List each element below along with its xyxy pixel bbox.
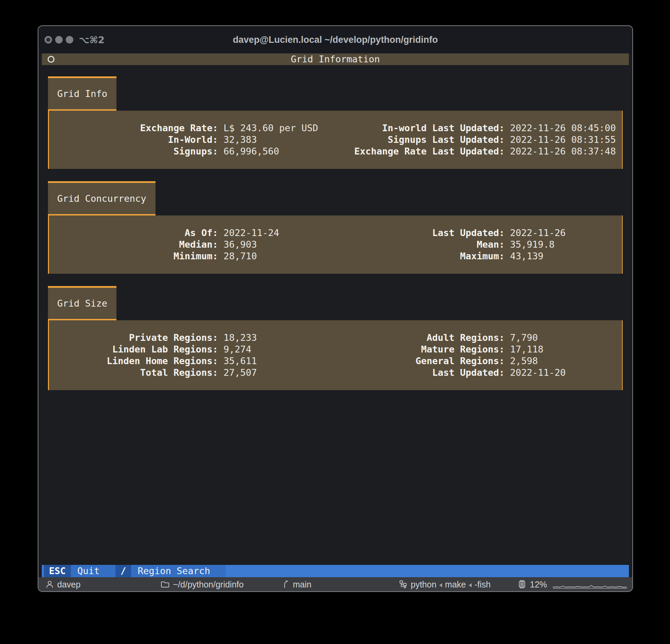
field-label: As Of:	[49, 227, 218, 239]
field-value: 18,233	[224, 332, 257, 344]
footer-key-esc[interactable]: ESC	[44, 565, 71, 577]
panel-section-grid-info: Grid InfoExchange Rate:L$ 243.60 per USD…	[42, 76, 629, 169]
field-row-general-regions: General Regions:2,598	[336, 355, 622, 367]
field-value: 2,598	[510, 355, 538, 367]
panel-column: Exchange Rate:L$ 243.60 per USDIn-World:…	[49, 122, 336, 157]
field-label: Private Regions:	[49, 332, 218, 344]
field-value: 27,507	[224, 367, 257, 379]
git-branch-name: main	[293, 579, 311, 589]
field-value: 2022-11-24	[224, 227, 280, 239]
field-label: Linden Lab Regions:	[49, 344, 218, 355]
field-value: 43,139	[510, 250, 544, 262]
cpu-sparkline	[552, 579, 628, 590]
field-label: Adult Regions:	[336, 332, 505, 344]
process-name: make	[445, 579, 466, 589]
field-value: 28,710	[224, 250, 257, 262]
field-label: Exchange Rate:	[49, 122, 218, 134]
cpu-icon	[517, 580, 527, 589]
process-name: -fish	[474, 579, 491, 589]
tab-label: Grid Info	[57, 88, 107, 100]
field-label: In-world Last Updated:	[336, 122, 505, 134]
footer-key-[interactable]: /	[115, 565, 131, 577]
processes-icon	[399, 580, 408, 589]
tab-grid-concurrency[interactable]: Grid Concurrency	[48, 181, 156, 215]
user-icon	[45, 580, 54, 589]
field-label: Mean:	[336, 239, 505, 250]
field-value: 35,919.8	[510, 239, 555, 250]
user-name: davep	[57, 579, 80, 589]
panel-grid-size: Private Regions:18,233Linden Lab Regions…	[48, 320, 623, 390]
field-label: Exchange Rate Last Updated:	[336, 146, 505, 157]
field-label: Maximum:	[336, 250, 505, 262]
field-row-last-updated: Last Updated:2022-11-26	[336, 227, 622, 239]
panel-column: In-world Last Updated:2022-11-26 08:45:0…	[336, 122, 622, 157]
app-header: Grid Information	[42, 53, 629, 65]
field-row-last-updated: Last Updated:2022-11-20	[336, 367, 622, 379]
field-row-adult-regions: Adult Regions:7,790	[336, 332, 622, 344]
field-value: 9,274	[224, 344, 251, 355]
field-value: 66,996,560	[224, 146, 280, 157]
field-row-signups: Signups:66,996,560	[49, 146, 336, 157]
field-row-exchange-rate-last-updated: Exchange Rate Last Updated:2022-11-26 08…	[336, 146, 622, 157]
field-label: Last Updated:	[336, 227, 505, 239]
field-row-mean: Mean:35,919.8	[336, 239, 622, 250]
panel-section-grid-size: Grid SizePrivate Regions:18,233Linden La…	[42, 286, 629, 390]
field-value: 17,118	[510, 344, 544, 355]
field-label: Total Regions:	[49, 367, 218, 379]
field-label: Signups Last Updated:	[336, 134, 505, 146]
field-label: General Regions:	[336, 355, 505, 367]
field-label: Minimum:	[49, 250, 218, 262]
statusbar-directory: ~/d/python/gridinfo	[160, 579, 244, 589]
field-row-mature-regions: Mature Regions:17,118	[336, 344, 622, 355]
field-row-as-of: As Of:2022-11-24	[49, 227, 336, 239]
process-separator-icon	[469, 583, 472, 587]
field-value: 2022-11-26	[510, 227, 566, 239]
footer-action-region-search[interactable]: Region Search	[131, 565, 226, 577]
field-label: Median:	[49, 239, 218, 250]
field-row-maximum: Maximum:43,139	[336, 250, 622, 262]
field-value: 36,903	[224, 239, 257, 250]
field-row-minimum: Minimum:28,710	[49, 250, 336, 262]
panel-grid-concurrency: As Of:2022-11-24Median:36,903Minimum:28,…	[48, 215, 623, 274]
field-label: Linden Home Regions:	[49, 355, 218, 367]
field-row-total-regions: Total Regions:27,507	[49, 367, 336, 379]
tab-grid-size[interactable]: Grid Size	[48, 286, 116, 320]
footer-action-quit[interactable]: Quit	[71, 565, 115, 577]
field-value: 2022-11-26 08:37:48	[510, 146, 616, 157]
field-row-signups-last-updated: Signups Last Updated:2022-11-26 08:31:55	[336, 134, 622, 146]
keybinding-footer: ESCQuit/Region Search	[42, 565, 629, 577]
field-row-exchange-rate: Exchange Rate:L$ 243.60 per USD	[49, 122, 336, 134]
panel-column: Last Updated:2022-11-26Mean:35,919.8Maxi…	[336, 227, 622, 262]
process-list: pythonmake-fish	[411, 579, 491, 589]
field-label: Mature Regions:	[336, 344, 505, 355]
panel-column: Adult Regions:7,790Mature Regions:17,118…	[336, 332, 622, 379]
tab-grid-info[interactable]: Grid Info	[48, 76, 116, 111]
tab-label: Grid Concurrency	[57, 193, 146, 205]
panel-column: Private Regions:18,233Linden Lab Regions…	[49, 332, 336, 379]
folder-icon	[160, 580, 170, 589]
panel-column: As Of:2022-11-24Median:36,903Minimum:28,…	[49, 227, 336, 262]
statusbar-user: davep	[45, 579, 80, 589]
status-bar: davep ~/d/python/gridinfo main	[38, 577, 632, 591]
field-value: 2022-11-26 08:45:00	[510, 122, 616, 134]
field-label: Signups:	[49, 146, 218, 157]
field-row-median: Median:36,903	[49, 239, 336, 250]
statusbar-git: main	[282, 579, 311, 589]
app-title: Grid Information	[291, 53, 380, 65]
field-value: L$ 243.60 per USD	[224, 122, 318, 134]
field-label: Last Updated:	[336, 367, 505, 379]
window-titlebar: ⌥⌘2 davep@Lucien.local ~/develop/python/…	[38, 26, 632, 53]
directory-path: ~/d/python/gridinfo	[173, 579, 244, 589]
field-label: In-World:	[49, 134, 218, 146]
field-value: 32,383	[224, 134, 257, 146]
field-row-in-world: In-World:32,383	[49, 134, 336, 146]
terminal-content: Grid Information Grid InfoExchange Rate:…	[38, 53, 632, 577]
cpu-percentage: 12%	[530, 579, 547, 589]
field-value: 2022-11-20	[510, 367, 566, 379]
field-row-in-world-last-updated: In-world Last Updated:2022-11-26 08:45:0…	[336, 122, 622, 134]
terminal-window: ⌥⌘2 davep@Lucien.local ~/develop/python/…	[38, 25, 633, 592]
statusbar-cpu: 12%	[517, 579, 547, 589]
git-branch-icon	[282, 580, 290, 589]
window-title: davep@Lucien.local ~/develop/python/grid…	[38, 26, 632, 53]
statusbar-processes: pythonmake-fish	[399, 579, 491, 589]
